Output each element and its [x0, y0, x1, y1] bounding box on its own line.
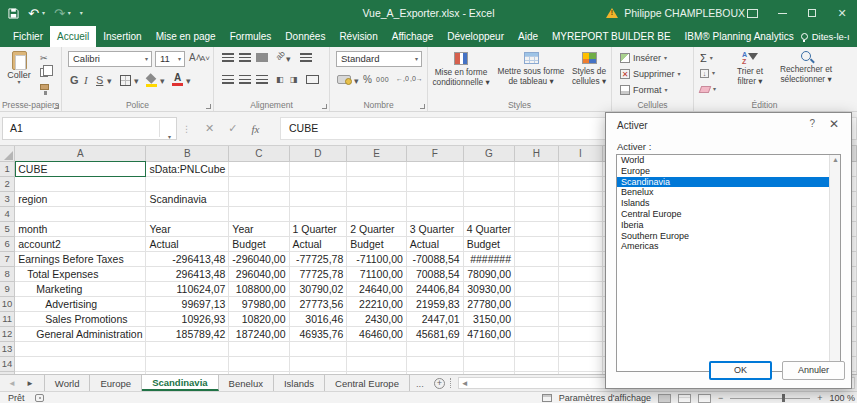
- cell-I1[interactable]: [558, 161, 603, 176]
- cell-C3[interactable]: [229, 191, 289, 206]
- tab-formules[interactable]: Formules: [223, 26, 279, 47]
- sheet-prev-icon[interactable]: ◄: [8, 379, 16, 388]
- cell-A6[interactable]: account2: [15, 236, 146, 251]
- cell-B9[interactable]: 110624,07: [146, 281, 229, 296]
- cell-I5[interactable]: [558, 221, 603, 236]
- cell-E2[interactable]: [347, 176, 407, 191]
- cell-C12[interactable]: 187240,00: [229, 326, 289, 341]
- list-item-iberia[interactable]: Iberia: [617, 220, 840, 231]
- accessibility-icon[interactable]: [35, 394, 44, 402]
- cell-F9[interactable]: 24406,84: [406, 281, 463, 296]
- sheet-list-box[interactable]: WorldEuropeScandinaviaBeneluxIslandsCent…: [616, 154, 841, 372]
- row-header-13[interactable]: 13: [0, 341, 15, 356]
- sheet-tab-central-europe[interactable]: Central Europe: [325, 375, 410, 391]
- tab-insertion[interactable]: Insertion: [96, 26, 148, 47]
- paste-button[interactable]: Coller ▾: [4, 51, 34, 85]
- tab-aide[interactable]: Aide: [511, 26, 545, 47]
- ribbon-display-options-button[interactable]: [737, 0, 767, 26]
- cell-G7[interactable]: #######: [463, 251, 514, 266]
- font-name-select[interactable]: Calibri▾: [68, 51, 152, 67]
- orientation-caret-icon[interactable]: ▾: [286, 57, 291, 62]
- cell-D13[interactable]: [289, 341, 347, 356]
- cell-D3[interactable]: [289, 191, 347, 206]
- number-format-select[interactable]: Standard▾: [336, 51, 422, 67]
- row-header-10[interactable]: 10: [0, 296, 15, 311]
- column-header-f[interactable]: F: [406, 146, 463, 161]
- warning-icon[interactable]: [606, 8, 618, 18]
- cell-B3[interactable]: Scandinavia: [146, 191, 229, 206]
- tab-ibm-planning-analytics[interactable]: IBM® Planning Analytics: [678, 26, 801, 47]
- cell-G6[interactable]: Budget: [463, 236, 514, 251]
- percent-style-button[interactable]: %: [363, 74, 372, 85]
- sheet-tab-europe[interactable]: Europe: [90, 375, 142, 391]
- cell-B14[interactable]: [146, 356, 229, 371]
- cell-H3[interactable]: [515, 191, 559, 206]
- fill-color-icon[interactable]: [146, 75, 157, 86]
- tab-d-veloppeur[interactable]: Développeur: [440, 26, 511, 47]
- row-header-1[interactable]: 1: [0, 161, 15, 176]
- cell-F6[interactable]: Actual: [406, 236, 463, 251]
- cell-H14[interactable]: [515, 356, 559, 371]
- new-sheet-button[interactable]: +: [434, 375, 445, 391]
- cell-F5[interactable]: 3 Quarter: [406, 221, 463, 236]
- insert-button[interactable]: Insérer▾: [620, 53, 667, 63]
- cell-A11[interactable]: Sales Promotions: [15, 311, 146, 326]
- cell-C13[interactable]: [229, 341, 289, 356]
- cell-E3[interactable]: [347, 191, 407, 206]
- cell-A8[interactable]: Total Expenses: [15, 266, 146, 281]
- cell-F12[interactable]: 45681,69: [406, 326, 463, 341]
- cell-I9[interactable]: [558, 281, 603, 296]
- row-header-6[interactable]: 6: [0, 236, 15, 251]
- sort-filter-button[interactable]: AZ Trier etfiltrer ▾: [724, 51, 776, 86]
- cell-H12[interactable]: [515, 326, 559, 341]
- cell-D10[interactable]: 27773,56: [289, 296, 347, 311]
- cell-B11[interactable]: 10926,93: [146, 311, 229, 326]
- cell-C9[interactable]: 108800,00: [229, 281, 289, 296]
- cut-icon[interactable]: ✂: [40, 53, 48, 63]
- cell-B4[interactable]: [146, 206, 229, 221]
- cell-C14[interactable]: [229, 356, 289, 371]
- borders-caret-icon[interactable]: ▾: [134, 79, 139, 84]
- cell-A3[interactable]: region: [15, 191, 146, 206]
- cell-I2[interactable]: [558, 176, 603, 191]
- zoom-level[interactable]: 100 %: [829, 393, 855, 403]
- cell-F13[interactable]: [406, 341, 463, 356]
- cell-G13[interactable]: [463, 341, 514, 356]
- accounting-caret-icon[interactable]: ▾: [354, 79, 359, 84]
- fill-button[interactable]: ↓▾: [700, 69, 715, 78]
- row-header-8[interactable]: 8: [0, 266, 15, 281]
- row-header-14[interactable]: 14: [0, 356, 15, 371]
- align-right-icon[interactable]: [256, 75, 268, 84]
- user-name[interactable]: Philippe CHAMPLEBOUX: [624, 7, 745, 19]
- tab-affichage[interactable]: Affichage: [385, 26, 441, 47]
- cell-H1[interactable]: [515, 161, 559, 176]
- tab-donn-es[interactable]: Données: [278, 26, 332, 47]
- align-center-icon[interactable]: [239, 75, 251, 84]
- cell-H4[interactable]: [515, 206, 559, 221]
- cell-E4[interactable]: [347, 206, 407, 221]
- column-header-i[interactable]: I: [558, 146, 603, 161]
- orientation-icon[interactable]: ab: [274, 49, 287, 62]
- list-item-central-europe[interactable]: Central Europe: [617, 209, 840, 220]
- cell-D5[interactable]: 1 Quarter: [289, 221, 347, 236]
- increase-indent-icon[interactable]: ◨: [290, 75, 298, 84]
- cell-F4[interactable]: [406, 206, 463, 221]
- cell-B7[interactable]: -296413,48: [146, 251, 229, 266]
- cell-A4[interactable]: [15, 206, 146, 221]
- sheet-next-icon[interactable]: ►: [26, 379, 34, 388]
- cell-D8[interactable]: 77725,78: [289, 266, 347, 281]
- cell-H11[interactable]: [515, 311, 559, 326]
- cell-I10[interactable]: [558, 296, 603, 311]
- cell-B12[interactable]: 185789,42: [146, 326, 229, 341]
- tab-accueil[interactable]: Accueil: [50, 26, 96, 47]
- maximize-button[interactable]: [797, 0, 827, 26]
- list-item-americas[interactable]: Americas: [617, 241, 840, 252]
- format-as-table-button[interactable]: Mettre sous formede tableau ▾: [494, 52, 568, 86]
- cell-A12[interactable]: General Administration: [15, 326, 146, 341]
- cell-C10[interactable]: 97980,00: [229, 296, 289, 311]
- tab-mise-en-page[interactable]: Mise en page: [149, 26, 223, 47]
- copy-icon[interactable]: [40, 68, 48, 77]
- cell-H10[interactable]: [515, 296, 559, 311]
- cell-styles-button[interactable]: Styles decellules ▾: [568, 52, 610, 86]
- cell-C2[interactable]: [229, 176, 289, 191]
